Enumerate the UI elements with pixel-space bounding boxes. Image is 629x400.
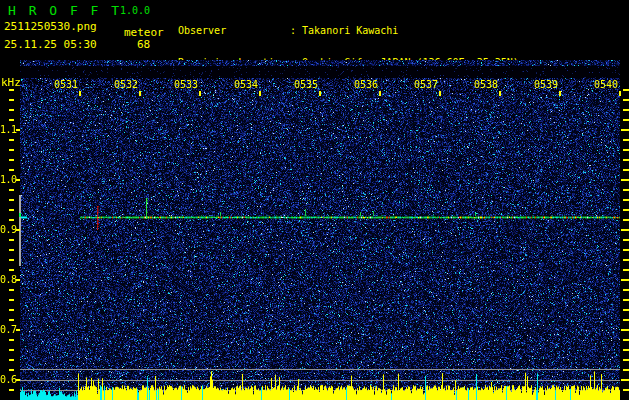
time-tick [379, 91, 381, 96]
info-value: Takanori Kawachi [302, 25, 398, 36]
khz-unit-label: kHz [1, 76, 21, 89]
datetime-label: 25.11.25 05:30 [4, 38, 97, 51]
right-minor-tick [623, 119, 629, 121]
carrier-marker-blip [19, 213, 21, 217]
info-label: Observer [178, 26, 290, 37]
right-minor-tick [623, 339, 629, 341]
right-minor-tick [623, 199, 629, 201]
right-minor-tick [623, 249, 629, 251]
time-label: 0534 [228, 79, 258, 90]
right-minor-tick [623, 139, 629, 141]
y-minor-tick [9, 299, 14, 301]
y-minor-tick [9, 149, 14, 151]
time-label: 0535 [288, 79, 318, 90]
right-minor-tick [623, 149, 629, 151]
y-minor-tick [9, 339, 14, 341]
right-minor-tick [623, 349, 629, 351]
spectrogram-canvas [20, 60, 620, 400]
info-colon: : [290, 25, 296, 36]
y-minor-tick [9, 269, 14, 271]
time-tick [139, 91, 141, 96]
right-minor-tick [623, 89, 629, 91]
y-minor-tick [9, 189, 14, 191]
time-tick [559, 91, 561, 96]
time-label: 0531 [48, 79, 78, 90]
y-tick-label: 0.9 [0, 224, 16, 235]
y-major-tick [16, 329, 20, 331]
time-tick [259, 91, 261, 96]
time-label: 0538 [468, 79, 498, 90]
right-minor-tick [623, 369, 629, 371]
right-major-tick [621, 229, 629, 231]
time-label: 0536 [348, 79, 378, 90]
y-tick-label: 1.1 [0, 124, 16, 135]
time-tick [319, 91, 321, 96]
y-minor-tick [9, 319, 14, 321]
right-major-tick [621, 179, 629, 181]
time-tick [79, 91, 81, 96]
right-major-tick [621, 279, 629, 281]
app-version: 1.0.0 [120, 5, 150, 16]
y-minor-tick [9, 359, 14, 361]
time-tick [199, 91, 201, 96]
y-minor-tick [9, 259, 14, 261]
right-minor-tick [623, 169, 629, 171]
y-minor-tick [9, 169, 14, 171]
echo-count: 68 [137, 38, 150, 51]
y-minor-tick [9, 89, 14, 91]
y-minor-tick [9, 249, 14, 251]
app-title: H R O F F T [8, 3, 122, 18]
right-minor-tick [623, 299, 629, 301]
y-major-tick [16, 179, 20, 181]
time-label: 0540 [588, 79, 618, 90]
right-minor-tick [623, 269, 629, 271]
y-minor-tick [9, 109, 14, 111]
y-minor-tick [9, 159, 14, 161]
y-major-tick [16, 379, 20, 381]
right-major-tick [621, 379, 629, 381]
right-minor-tick [623, 209, 629, 211]
right-minor-tick [623, 99, 629, 101]
time-label: 0537 [408, 79, 438, 90]
y-minor-tick [9, 219, 14, 221]
y-minor-tick [9, 119, 14, 121]
right-minor-tick [623, 219, 629, 221]
y-minor-tick [9, 309, 14, 311]
right-minor-tick [623, 239, 629, 241]
y-minor-tick [9, 389, 14, 391]
time-tick [619, 91, 621, 96]
y-minor-tick [9, 239, 14, 241]
hrofft-screen: H R O F F T 1.0.0 2511250530.png meteor … [0, 0, 629, 400]
y-minor-tick [9, 199, 14, 201]
y-tick-label: 0.7 [0, 324, 16, 335]
y-major-tick [16, 279, 20, 281]
time-tick [439, 91, 441, 96]
right-minor-tick [623, 109, 629, 111]
right-major-tick [621, 129, 629, 131]
right-minor-tick [623, 259, 629, 261]
right-major-tick [621, 329, 629, 331]
time-label: 0532 [108, 79, 138, 90]
info-row: Observer: Takanori Kawachi [178, 26, 519, 37]
y-minor-tick [9, 369, 14, 371]
y-tick-label: 0.8 [0, 274, 16, 285]
y-minor-tick [9, 139, 14, 141]
y-minor-tick [9, 289, 14, 291]
y-minor-tick [9, 99, 14, 101]
right-minor-tick [623, 159, 629, 161]
time-tick [499, 91, 501, 96]
right-minor-tick [623, 389, 629, 391]
y-major-tick [16, 229, 20, 231]
time-label: 0533 [168, 79, 198, 90]
filename-label: 2511250530.png [4, 20, 97, 33]
time-label: 0539 [528, 79, 558, 90]
y-tick-label: 1.0 [0, 174, 16, 185]
y-minor-tick [9, 349, 14, 351]
right-minor-tick [623, 319, 629, 321]
right-minor-tick [623, 309, 629, 311]
y-tick-label: 0.6 [0, 374, 16, 385]
y-minor-tick [9, 209, 14, 211]
right-minor-tick [623, 189, 629, 191]
right-minor-tick [623, 289, 629, 291]
y-major-tick [16, 129, 20, 131]
